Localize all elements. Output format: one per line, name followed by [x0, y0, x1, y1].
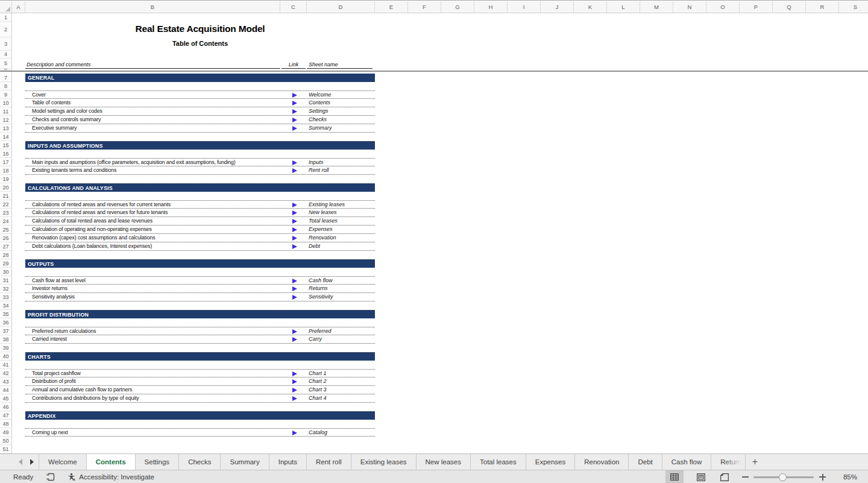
row-header-7[interactable]: 7	[0, 74, 11, 82]
row-header-40[interactable]: 40	[0, 352, 11, 361]
toc-row[interactable]: Main inputs and asumptions (office param…	[25, 158, 375, 166]
toc-sheet-name[interactable]: Existing leases	[309, 201, 345, 209]
link-arrow-icon[interactable]	[292, 388, 297, 393]
toc-sheet-name[interactable]: Welcome	[309, 91, 331, 99]
row-header-31[interactable]: 31	[0, 276, 11, 285]
sheet-tab-inputs[interactable]: Inputs	[269, 454, 307, 470]
zoom-in-button[interactable]	[819, 474, 826, 481]
toc-sheet-name[interactable]: Chart 3	[309, 386, 327, 394]
link-arrow-icon[interactable]	[292, 101, 297, 106]
row-header-23[interactable]: 23	[0, 209, 11, 217]
row-header-41[interactable]: 41	[0, 361, 11, 369]
link-arrow-icon[interactable]	[292, 371, 297, 376]
toc-sheet-name[interactable]: Chart 1	[309, 370, 327, 377]
sheet-tab-renovation[interactable]: Renovation	[575, 454, 629, 470]
row-header-50[interactable]: 50	[0, 437, 11, 445]
row-header-47[interactable]: 47	[0, 411, 11, 420]
sheet-tab-contents[interactable]: Contents	[87, 454, 136, 470]
page-layout-view-button[interactable]	[692, 470, 710, 483]
column-header-E[interactable]: E	[375, 1, 408, 13]
link-arrow-icon[interactable]	[292, 126, 297, 131]
link-arrow-icon[interactable]	[292, 168, 297, 173]
toc-sheet-name[interactable]: Contents	[309, 99, 330, 107]
row-header-11[interactable]: 11	[0, 107, 11, 116]
row-header-15[interactable]: 15	[0, 141, 11, 150]
row-header-29[interactable]: 29	[0, 259, 11, 268]
toc-sheet-name[interactable]: Preferred	[309, 327, 332, 335]
row-header-45[interactable]: 45	[0, 394, 11, 403]
toc-row[interactable]: Carried interestCarry	[25, 335, 375, 344]
sheet-tab-debt[interactable]: Debt	[629, 454, 662, 470]
toc-sheet-name[interactable]: Catalog	[309, 429, 327, 437]
column-header-L[interactable]: L	[607, 1, 640, 13]
section-header-charts[interactable]: CHARTS	[25, 352, 375, 361]
sheet-tab-cash-flow[interactable]: Cash flow	[662, 454, 712, 470]
column-header-K[interactable]: K	[574, 1, 607, 13]
link-arrow-icon[interactable]	[292, 396, 297, 401]
link-arrow-icon[interactable]	[292, 160, 297, 165]
row-header-4[interactable]: 4	[0, 51, 11, 58]
row-header-39[interactable]: 39	[0, 344, 11, 352]
link-arrow-icon[interactable]	[292, 219, 297, 224]
toc-row[interactable]: Debt calculations (Loan balances, Intere…	[25, 242, 375, 251]
sheet-tab-checks[interactable]: Checks	[179, 454, 221, 470]
row-header-3[interactable]: 3	[0, 37, 11, 51]
column-header-M[interactable]: M	[640, 1, 673, 13]
link-arrow-icon[interactable]	[292, 379, 297, 384]
sheet-tab-rent-roll[interactable]: Rent roll	[307, 454, 351, 470]
toc-row[interactable]: Annual and cumulative cash flow to partn…	[25, 386, 375, 394]
link-arrow-icon[interactable]	[292, 109, 297, 114]
row-header-10[interactable]: 10	[0, 99, 11, 107]
toc-sheet-name[interactable]: Checks	[309, 116, 327, 124]
column-header-A[interactable]: A	[12, 1, 25, 13]
row-header-34[interactable]: 34	[0, 301, 11, 310]
sheet-tab-existing-leases[interactable]: Existing leases	[351, 454, 417, 470]
accessibility-status[interactable]: Accessibility: Investigate	[67, 473, 154, 482]
column-header-O[interactable]: O	[706, 1, 740, 13]
page-break-preview-button[interactable]	[715, 470, 734, 483]
toc-sheet-name[interactable]: Settings	[309, 107, 329, 115]
zoom-out-button[interactable]	[742, 476, 749, 478]
row-header-18[interactable]: 18	[0, 166, 11, 175]
toc-sheet-name[interactable]: Debt	[309, 242, 320, 250]
column-header-C[interactable]: C	[280, 1, 307, 13]
column-header-J[interactable]: J	[541, 1, 574, 13]
macro-record-icon[interactable]	[46, 473, 55, 481]
row-header-36[interactable]: 36	[0, 318, 11, 327]
link-arrow-icon[interactable]	[292, 244, 297, 249]
toc-sheet-name[interactable]: Renovation	[309, 234, 336, 242]
row-header-20[interactable]: 20	[0, 183, 11, 192]
row-header-37[interactable]: 37	[0, 327, 11, 335]
zoom-level-label[interactable]: 85%	[832, 473, 857, 481]
toc-row[interactable]: Contributions and distributions by type …	[25, 394, 375, 403]
toc-row[interactable]: Checks and controls summaryChecks	[25, 116, 375, 124]
link-arrow-icon[interactable]	[292, 279, 297, 283]
tab-scroll-left-icon[interactable]	[19, 459, 22, 465]
column-header-D[interactable]: D	[307, 1, 375, 13]
toc-row[interactable]: Calculations of rented areas and revenue…	[25, 209, 375, 217]
link-arrow-icon[interactable]	[292, 286, 297, 291]
row-header-21[interactable]: 21	[0, 192, 11, 200]
link-arrow-icon[interactable]	[292, 431, 297, 435]
column-header-I[interactable]: I	[508, 1, 541, 13]
sheet-tab-returns[interactable]: Returns	[711, 454, 745, 470]
toc-sheet-name[interactable]: Chart 2	[309, 377, 327, 385]
row-header-8[interactable]: 8	[0, 82, 11, 90]
section-header-outputs[interactable]: OUTPUTS	[25, 259, 375, 268]
row-header-28[interactable]: 28	[0, 251, 11, 259]
section-header-general[interactable]: GENERAL	[25, 74, 375, 82]
worksheet-canvas[interactable]: Real Estate Acquisition Model Table of C…	[12, 13, 868, 453]
row-header-48[interactable]: 48	[0, 420, 11, 428]
toc-row[interactable]: CoverWelcome	[25, 90, 375, 99]
toc-sheet-name[interactable]: Returns	[309, 285, 328, 292]
column-header-P[interactable]: P	[740, 1, 773, 13]
column-header-B[interactable]: B	[25, 1, 280, 13]
normal-view-button[interactable]	[665, 470, 684, 483]
link-arrow-icon[interactable]	[292, 329, 297, 334]
sheet-tab-new-leases[interactable]: New leases	[417, 454, 471, 470]
section-header-inputs-and-assumptions[interactable]: INPUTS AND ASSUMPTIONS	[25, 141, 375, 150]
row-header-5[interactable]: 5	[0, 58, 11, 69]
toc-sheet-name[interactable]: New leases	[309, 209, 337, 216]
row-header-44[interactable]: 44	[0, 386, 11, 394]
row-header-16[interactable]: 16	[0, 150, 11, 158]
